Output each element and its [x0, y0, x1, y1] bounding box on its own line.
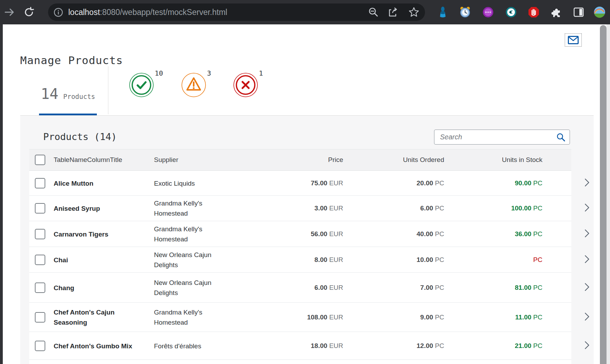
- app-page: Manage Products 14 Products 10Plenty in …: [3, 24, 600, 364]
- row-checkbox[interactable]: [35, 229, 45, 239]
- product-name: Aniseed Syrup: [54, 203, 133, 214]
- reload-button[interactable]: [21, 5, 37, 20]
- forward-icon: [4, 7, 15, 17]
- row-chevron-icon[interactable]: [585, 255, 589, 265]
- price-value: 3.00 EUR: [315, 204, 343, 212]
- tab-plenty-in--[interactable]: 10Plenty in …: [115, 59, 168, 114]
- units-in-stock-value: 100.00 PC: [511, 204, 542, 212]
- table-row[interactable]: Carnarvon TigersGrandma Kelly's Homestea…: [29, 221, 571, 247]
- units-ordered-value: 7.00 PC: [420, 284, 444, 292]
- bookmark-button[interactable]: [407, 6, 421, 19]
- tab-count: 1: [259, 69, 263, 77]
- units-ordered-value: 9.00 PC: [420, 313, 444, 321]
- email-button[interactable]: [565, 33, 582, 47]
- tab-all-count: 14: [41, 77, 59, 111]
- supplier-name: Exotic Liquids: [154, 178, 220, 188]
- window-edge: [0, 24, 3, 364]
- column-header-ordered[interactable]: Units Ordered: [403, 156, 444, 164]
- row-checkbox[interactable]: [35, 312, 45, 323]
- search-icon[interactable]: [556, 133, 565, 142]
- reload-icon: [24, 7, 34, 17]
- row-checkbox[interactable]: [35, 341, 45, 351]
- row-checkbox[interactable]: [35, 203, 45, 214]
- scrollbar-thumb[interactable]: [600, 25, 607, 364]
- share-button[interactable]: [386, 6, 400, 19]
- tab-divider: [108, 66, 108, 114]
- status-negative-icon: [233, 72, 258, 99]
- tab-all-label: Products: [63, 93, 95, 100]
- row-chevron-icon[interactable]: [585, 312, 589, 322]
- page-title: Manage Products: [20, 54, 123, 67]
- forward-button[interactable]: [2, 5, 17, 20]
- screen: localhost:8080/webapp/test/mockServer.ht…: [0, 0, 610, 364]
- product-name: Alice Mutton: [54, 178, 133, 188]
- units-in-stock-value: 21.00 PC: [515, 342, 542, 350]
- units-ordered-value: 20.00 PC: [417, 179, 444, 187]
- units-ordered-value: 6.00 PC: [420, 204, 444, 212]
- column-header-stock[interactable]: Units in Stock: [502, 156, 542, 164]
- search-field[interactable]: [434, 130, 570, 145]
- alarm-clock-extension-icon[interactable]: [458, 6, 472, 19]
- search-input[interactable]: [439, 133, 556, 141]
- scrollbar-track[interactable]: [607, 24, 610, 364]
- units-in-stock-value: 90.00 PC: [515, 179, 542, 187]
- profile-avatar[interactable]: [593, 6, 606, 19]
- table-row[interactable]: Chef Anton's Gumbo MixForêts d'érables18…: [29, 332, 571, 360]
- units-in-stock-value: 81.00 PC: [515, 284, 542, 292]
- row-checkbox[interactable]: [35, 255, 45, 265]
- row-chevron-icon[interactable]: [585, 229, 589, 239]
- table-title: Products (14): [43, 131, 117, 142]
- table-row[interactable]: Aniseed SyrupGrandma Kelly's Homestead3.…: [29, 196, 571, 221]
- purple-extension-icon[interactable]: [481, 6, 495, 19]
- info-icon: [54, 8, 63, 17]
- browser-toolbar: localhost:8080/webapp/test/mockServer.ht…: [0, 0, 610, 24]
- status-critical-icon: [181, 72, 206, 99]
- side-panel-icon[interactable]: [572, 6, 585, 19]
- extensions-puzzle-icon[interactable]: [550, 6, 563, 19]
- price-value: 8.00 EUR: [315, 256, 343, 264]
- supplier-name: New Orleans Cajun Delights: [154, 250, 220, 270]
- stop-hand-extension-icon[interactable]: [527, 6, 540, 19]
- table-row[interactable]: Chef Anton's Cajun SeasoningGrandma Kell…: [29, 303, 571, 332]
- ink-extension-icon[interactable]: [436, 6, 449, 19]
- table-row[interactable]: ChaiNew Orleans Cajun Delights8.00 EUR10…: [29, 247, 571, 273]
- tab-all-products[interactable]: 14 Products: [39, 77, 97, 111]
- url-text[interactable]: localhost:8080/webapp/test/mockServer.ht…: [68, 8, 227, 17]
- status-positive-icon: [129, 72, 154, 99]
- product-name: Chai: [54, 255, 133, 265]
- url-path: :8080/webapp/test/mockServer.html: [100, 8, 227, 17]
- product-name: Chang: [54, 282, 133, 293]
- column-header-supplier[interactable]: Supplier: [154, 156, 178, 164]
- table-row[interactable]: Alice MuttonExotic Liquids75.00 EUR20.00…: [29, 171, 571, 196]
- url-host: localhost: [68, 8, 100, 17]
- row-chevron-icon[interactable]: [585, 341, 589, 351]
- price-value: 18.00 EUR: [311, 342, 343, 350]
- zoom-button[interactable]: [366, 6, 380, 19]
- product-name: Chef Anton's Gumbo Mix: [54, 341, 133, 351]
- site-info-button[interactable]: [48, 3, 68, 21]
- row-checkbox[interactable]: [35, 282, 45, 293]
- products-table: TableNameColumnTitle Supplier Price Unit…: [29, 149, 571, 364]
- column-header-name[interactable]: TableNameColumnTitle: [54, 156, 122, 164]
- price-value: 6.00 EUR: [315, 284, 343, 292]
- units-in-stock-value: PC: [533, 256, 542, 264]
- product-name: Chef Anton's Cajun Seasoning: [54, 307, 133, 327]
- row-checkbox[interactable]: [35, 178, 45, 188]
- row-chevron-icon[interactable]: [585, 203, 589, 213]
- price-value: 75.00 EUR: [311, 179, 343, 187]
- row-chevron-icon[interactable]: [585, 283, 589, 293]
- supplier-name: New Orleans Cajun Delights: [154, 278, 220, 298]
- column-header-price[interactable]: Price: [328, 156, 343, 164]
- table-row[interactable]: ChangNew Orleans Cajun Delights6.00 EUR7…: [29, 273, 571, 303]
- tab-out-of-sto-[interactable]: 1Out of Sto…: [219, 59, 272, 114]
- supplier-name: Grandma Kelly's Homestead: [154, 224, 220, 244]
- select-all-checkbox[interactable]: [35, 155, 45, 165]
- units-ordered-value: 12.00 PC: [417, 342, 444, 350]
- teal-eye-extension-icon[interactable]: [504, 6, 518, 19]
- zoom-out-icon: [368, 7, 379, 17]
- supplier-name: Forêts d'érables: [154, 341, 220, 351]
- row-chevron-icon[interactable]: [585, 178, 589, 188]
- supplier-name: Grandma Kelly's Homestead: [154, 198, 220, 218]
- tab-shortage[interactable]: 3Shortage: [168, 59, 220, 114]
- table-header-row: TableNameColumnTitle Supplier Price Unit…: [29, 149, 571, 171]
